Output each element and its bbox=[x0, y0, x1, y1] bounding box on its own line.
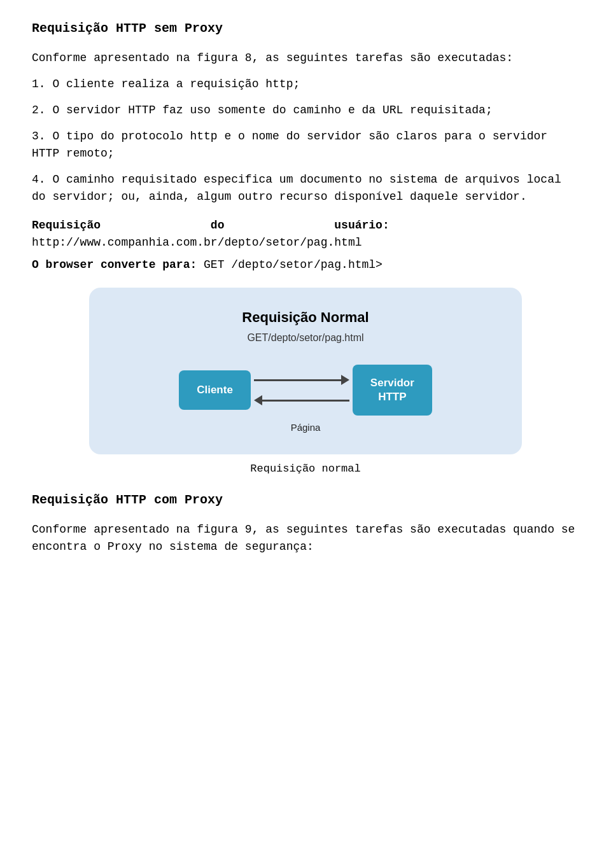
line-body-left bbox=[262, 400, 349, 402]
item-4: 4. O caminho requisitado especifica um d… bbox=[32, 171, 579, 206]
browser-converts: O browser converte para: GET /depto/seto… bbox=[32, 256, 579, 274]
diagram-container: Requisição Normal GET/depto/setor/pag.ht… bbox=[89, 288, 522, 454]
heading-no-proxy: Requisição HTTP sem Proxy bbox=[32, 19, 579, 38]
client-box: Cliente bbox=[179, 370, 251, 410]
arrowhead-right bbox=[341, 375, 349, 385]
browser-converts-value: GET /depto/setor/pag.html> bbox=[204, 258, 383, 271]
arrows-container bbox=[251, 375, 353, 405]
user-request-block: Requisição do usuário: http://www.compan… bbox=[32, 217, 579, 251]
arrow-to-client bbox=[254, 395, 349, 405]
browser-converts-label: O browser converte para: bbox=[32, 258, 197, 271]
intro-text: Conforme apresentado na figura 8, as seg… bbox=[32, 50, 579, 67]
caption: Requisição normal bbox=[32, 461, 579, 477]
arrowhead-left bbox=[254, 395, 262, 405]
item-1: 1. O cliente realiza a requisição http; bbox=[32, 76, 579, 93]
server-box: ServidorHTTP bbox=[353, 365, 432, 416]
item-2: 2. O servidor HTTP faz uso somente do ca… bbox=[32, 102, 579, 119]
arrow-to-server bbox=[254, 375, 349, 385]
page-label: Página bbox=[115, 421, 496, 435]
diagram-title: Requisição Normal bbox=[115, 307, 496, 328]
outro-text: Conforme apresentado na figura 9, as seg… bbox=[32, 521, 579, 556]
user-request-label: Requisição do usuário: bbox=[32, 219, 390, 232]
heading-with-proxy: Requisição HTTP com Proxy bbox=[32, 491, 579, 510]
diagram-row: Cliente ServidorHTTP bbox=[115, 365, 496, 416]
line-body-right bbox=[254, 379, 341, 381]
diagram-subtitle: GET/depto/setor/pag.html bbox=[115, 330, 496, 346]
user-request-url: http://www.companhia.com.br/depto/setor/… bbox=[32, 236, 362, 249]
item-3: 3. O tipo do protocolo http e o nome do … bbox=[32, 128, 579, 162]
